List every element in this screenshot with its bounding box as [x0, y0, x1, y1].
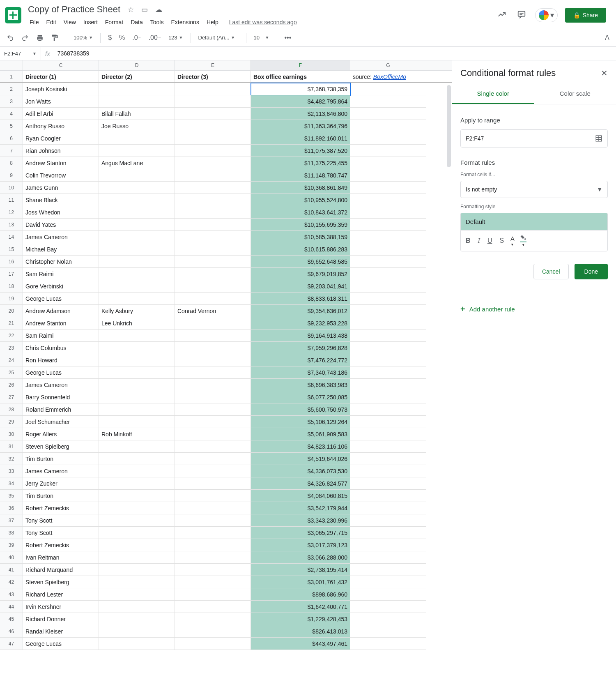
row-header[interactable]: 4: [0, 108, 23, 120]
cell[interactable]: Kelly Asbury: [99, 305, 175, 317]
cell[interactable]: $4,519,644,026: [251, 453, 350, 465]
cell[interactable]: [175, 83, 251, 95]
row-header[interactable]: 31: [0, 440, 23, 453]
cell[interactable]: $7,340,743,186: [251, 366, 350, 379]
name-box[interactable]: F2:F47▼: [0, 47, 41, 60]
cell[interactable]: [99, 465, 175, 477]
cell[interactable]: Bilall Fallah: [99, 108, 175, 120]
cell[interactable]: Tony Scott: [23, 527, 99, 539]
cell[interactable]: [99, 551, 175, 564]
menu-view[interactable]: View: [60, 17, 79, 27]
cell[interactable]: [350, 490, 426, 502]
tab-color-scale[interactable]: Color scale: [534, 84, 616, 104]
cell[interactable]: [175, 440, 251, 453]
bold-button[interactable]: B: [465, 236, 471, 245]
cell[interactable]: $3,017,379,123: [251, 539, 350, 551]
increase-decimal-icon[interactable]: .00→: [146, 32, 163, 44]
row-header[interactable]: 26: [0, 379, 23, 391]
number-format-select[interactable]: 123▼: [166, 33, 186, 42]
row-header[interactable]: 30: [0, 428, 23, 440]
cell[interactable]: [175, 391, 251, 403]
cell[interactable]: $11,148,780,747: [251, 169, 350, 182]
cell[interactable]: $2,738,195,414: [251, 564, 350, 576]
cell[interactable]: [99, 379, 175, 391]
cell[interactable]: [175, 132, 251, 145]
cell[interactable]: [350, 613, 426, 625]
row-header[interactable]: 10: [0, 182, 23, 194]
cell[interactable]: $826,413,013: [251, 625, 350, 638]
cell[interactable]: [350, 120, 426, 132]
cell[interactable]: $3,542,179,944: [251, 502, 350, 514]
cell[interactable]: Barry Sonnenfeld: [23, 391, 99, 403]
cell[interactable]: [175, 514, 251, 527]
row-header[interactable]: 18: [0, 280, 23, 293]
cell[interactable]: [175, 453, 251, 465]
cell[interactable]: [175, 268, 251, 280]
row-header[interactable]: 22: [0, 329, 23, 342]
cell[interactable]: [350, 342, 426, 354]
cell[interactable]: [350, 293, 426, 305]
cell[interactable]: Irvin Kershner: [23, 601, 99, 613]
cell[interactable]: $9,164,913,438: [251, 329, 350, 342]
menu-help[interactable]: Help: [203, 17, 222, 27]
cell[interactable]: [99, 416, 175, 428]
cell[interactable]: $3,066,288,000: [251, 551, 350, 564]
cell[interactable]: [99, 132, 175, 145]
cell[interactable]: [99, 564, 175, 576]
add-rule-button[interactable]: + Add another rule: [452, 296, 616, 322]
cell[interactable]: [175, 231, 251, 243]
cell[interactable]: [99, 243, 175, 256]
cell[interactable]: George Lucas: [23, 293, 99, 305]
menu-file[interactable]: File: [26, 17, 42, 27]
row-header[interactable]: 11: [0, 194, 23, 206]
cell[interactable]: [175, 120, 251, 132]
cell[interactable]: $443,497,461: [251, 638, 350, 650]
cell[interactable]: [350, 465, 426, 477]
cell[interactable]: $9,203,041,941: [251, 280, 350, 293]
cell[interactable]: [350, 305, 426, 317]
cell[interactable]: Sam Raimi: [23, 268, 99, 280]
cell[interactable]: $10,843,641,372: [251, 206, 350, 219]
row-header[interactable]: 29: [0, 416, 23, 428]
cell[interactable]: [175, 169, 251, 182]
cell[interactable]: Director (2): [99, 71, 175, 82]
cell[interactable]: $5,600,750,973: [251, 403, 350, 416]
cell[interactable]: Robert Zemeckis: [23, 502, 99, 514]
cell[interactable]: [99, 391, 175, 403]
cell[interactable]: [175, 625, 251, 638]
cell[interactable]: Jerry Zucker: [23, 477, 99, 490]
cell[interactable]: [99, 514, 175, 527]
row-header[interactable]: 7: [0, 145, 23, 157]
cell[interactable]: [99, 329, 175, 342]
cell[interactable]: [175, 576, 251, 588]
cell[interactable]: [350, 477, 426, 490]
cell[interactable]: [175, 416, 251, 428]
cell[interactable]: [350, 206, 426, 219]
cell[interactable]: [99, 477, 175, 490]
cell[interactable]: [350, 403, 426, 416]
cell[interactable]: [175, 108, 251, 120]
cell[interactable]: [350, 132, 426, 145]
row-header[interactable]: 24: [0, 354, 23, 366]
col-header-F[interactable]: F: [251, 60, 350, 70]
col-header-C[interactable]: C: [23, 60, 99, 70]
strikethrough-button[interactable]: S: [499, 236, 505, 245]
cell[interactable]: Andrew Stanton: [23, 317, 99, 329]
row-header[interactable]: 3: [0, 95, 23, 108]
cell[interactable]: Box office earnings: [251, 71, 350, 82]
row-header[interactable]: 14: [0, 231, 23, 243]
cell[interactable]: [350, 243, 426, 256]
cell[interactable]: [350, 256, 426, 268]
cell[interactable]: [350, 551, 426, 564]
cell[interactable]: Tony Scott: [23, 514, 99, 527]
cell[interactable]: [350, 145, 426, 157]
cell[interactable]: David Yates: [23, 219, 99, 231]
cell[interactable]: Andrew Adamson: [23, 305, 99, 317]
font-size-select[interactable]: 10▼: [251, 33, 272, 42]
cell[interactable]: $10,155,695,359: [251, 219, 350, 231]
cell[interactable]: [99, 256, 175, 268]
cell[interactable]: [350, 416, 426, 428]
cell[interactable]: [175, 95, 251, 108]
cell[interactable]: [175, 317, 251, 329]
cell[interactable]: Rob Minkoff: [99, 428, 175, 440]
